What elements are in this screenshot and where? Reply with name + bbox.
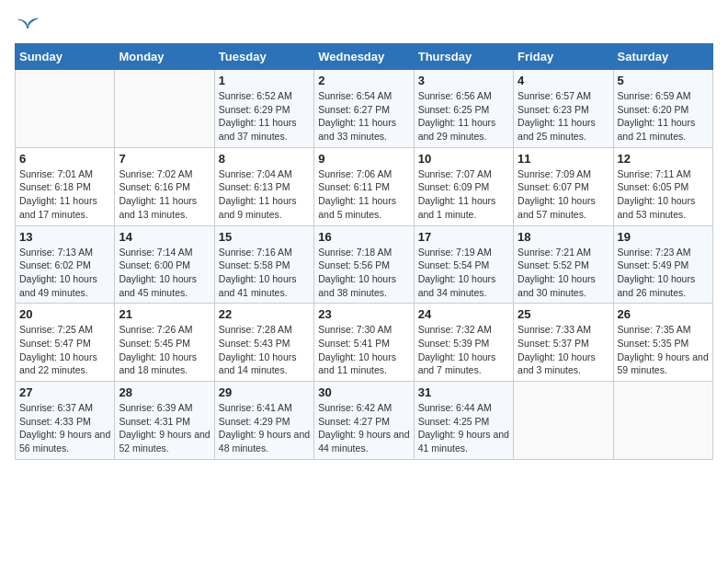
day-number: 25 [518, 307, 609, 321]
day-detail: Sunrise: 6:57 AM Sunset: 6:23 PM Dayligh… [518, 89, 609, 144]
weekday-header-thursday: Thursday [414, 44, 513, 70]
day-cell: 6Sunrise: 7:01 AM Sunset: 6:18 PM Daylig… [16, 147, 115, 225]
day-cell: 7Sunrise: 7:02 AM Sunset: 6:16 PM Daylig… [115, 147, 214, 225]
day-cell: 17Sunrise: 7:19 AM Sunset: 5:54 PM Dayli… [414, 225, 513, 304]
weekday-header-monday: Monday [115, 44, 214, 70]
day-number: 12 [618, 152, 709, 166]
day-detail: Sunrise: 6:59 AM Sunset: 6:20 PM Dayligh… [618, 89, 709, 144]
day-detail: Sunrise: 7:16 AM Sunset: 5:58 PM Dayligh… [219, 246, 310, 300]
day-detail: Sunrise: 6:52 AM Sunset: 6:29 PM Dayligh… [219, 89, 310, 144]
day-cell: 31Sunrise: 6:44 AM Sunset: 4:25 PM Dayli… [414, 382, 513, 460]
calendar-table: SundayMondayTuesdayWednesdayThursdayFrid… [15, 43, 713, 460]
day-cell: 20Sunrise: 7:25 AM Sunset: 5:47 PM Dayli… [16, 304, 115, 382]
day-number: 7 [119, 152, 210, 166]
day-number: 24 [418, 307, 509, 321]
day-cell: 28Sunrise: 6:39 AM Sunset: 4:31 PM Dayli… [115, 382, 214, 460]
day-detail: Sunrise: 6:44 AM Sunset: 4:25 PM Dayligh… [418, 401, 509, 455]
day-detail: Sunrise: 7:28 AM Sunset: 5:43 PM Dayligh… [219, 323, 310, 377]
day-number: 17 [418, 230, 509, 244]
day-detail: Sunrise: 7:21 AM Sunset: 5:52 PM Dayligh… [518, 246, 609, 300]
logo-bird-icon [15, 16, 40, 34]
day-detail: Sunrise: 7:06 AM Sunset: 6:11 PM Dayligh… [318, 167, 409, 222]
day-number: 31 [418, 385, 509, 399]
day-detail: Sunrise: 6:56 AM Sunset: 6:25 PM Dayligh… [418, 89, 509, 144]
day-number: 3 [418, 74, 509, 87]
day-detail: Sunrise: 6:39 AM Sunset: 4:31 PM Dayligh… [119, 401, 210, 455]
day-cell: 25Sunrise: 7:33 AM Sunset: 5:37 PM Dayli… [514, 304, 613, 382]
day-number: 11 [518, 152, 609, 166]
day-number: 5 [618, 74, 709, 87]
week-row-3: 13Sunrise: 7:13 AM Sunset: 6:02 PM Dayli… [16, 225, 713, 304]
day-cell: 12Sunrise: 7:11 AM Sunset: 6:05 PM Dayli… [613, 147, 712, 225]
day-detail: Sunrise: 7:09 AM Sunset: 6:07 PM Dayligh… [518, 167, 609, 222]
day-number: 15 [219, 230, 310, 244]
day-number: 1 [219, 74, 310, 87]
day-detail: Sunrise: 7:18 AM Sunset: 5:56 PM Dayligh… [318, 246, 409, 300]
day-detail: Sunrise: 7:02 AM Sunset: 6:16 PM Dayligh… [119, 167, 210, 222]
day-cell: 2Sunrise: 6:54 AM Sunset: 6:27 PM Daylig… [314, 70, 414, 148]
day-detail: Sunrise: 7:23 AM Sunset: 5:49 PM Dayligh… [618, 246, 709, 300]
day-cell: 4Sunrise: 6:57 AM Sunset: 6:23 PM Daylig… [514, 70, 613, 148]
day-number: 26 [618, 307, 709, 321]
day-detail: Sunrise: 7:01 AM Sunset: 6:18 PM Dayligh… [19, 167, 110, 222]
day-number: 28 [119, 385, 210, 399]
day-number: 9 [318, 152, 409, 166]
day-cell: 8Sunrise: 7:04 AM Sunset: 6:13 PM Daylig… [214, 147, 313, 225]
day-number: 20 [19, 307, 110, 321]
day-detail: Sunrise: 7:35 AM Sunset: 5:35 PM Dayligh… [618, 323, 709, 377]
day-cell [115, 70, 214, 148]
day-detail: Sunrise: 7:14 AM Sunset: 6:00 PM Dayligh… [119, 246, 210, 300]
day-cell: 29Sunrise: 6:41 AM Sunset: 4:29 PM Dayli… [214, 382, 313, 460]
day-cell: 5Sunrise: 6:59 AM Sunset: 6:20 PM Daylig… [613, 70, 712, 148]
day-detail: Sunrise: 7:19 AM Sunset: 5:54 PM Dayligh… [418, 246, 509, 300]
day-cell: 11Sunrise: 7:09 AM Sunset: 6:07 PM Dayli… [514, 147, 613, 225]
day-detail: Sunrise: 6:41 AM Sunset: 4:29 PM Dayligh… [219, 401, 310, 455]
day-cell: 23Sunrise: 7:30 AM Sunset: 5:41 PM Dayli… [314, 304, 414, 382]
day-detail: Sunrise: 7:07 AM Sunset: 6:09 PM Dayligh… [418, 167, 509, 222]
week-row-1: 1Sunrise: 6:52 AM Sunset: 6:29 PM Daylig… [16, 70, 713, 148]
day-number: 2 [318, 74, 409, 87]
day-cell: 26Sunrise: 7:35 AM Sunset: 5:35 PM Dayli… [613, 304, 712, 382]
day-detail: Sunrise: 7:25 AM Sunset: 5:47 PM Dayligh… [19, 323, 110, 377]
day-cell: 16Sunrise: 7:18 AM Sunset: 5:56 PM Dayli… [314, 225, 414, 304]
week-row-5: 27Sunrise: 6:37 AM Sunset: 4:33 PM Dayli… [16, 382, 713, 460]
day-cell: 3Sunrise: 6:56 AM Sunset: 6:25 PM Daylig… [414, 70, 513, 148]
day-detail: Sunrise: 7:04 AM Sunset: 6:13 PM Dayligh… [219, 167, 310, 222]
day-number: 22 [219, 307, 310, 321]
day-number: 10 [418, 152, 509, 166]
day-detail: Sunrise: 7:30 AM Sunset: 5:41 PM Dayligh… [318, 323, 409, 377]
day-cell: 19Sunrise: 7:23 AM Sunset: 5:49 PM Dayli… [613, 225, 712, 304]
weekday-header-tuesday: Tuesday [214, 44, 313, 70]
day-number: 8 [219, 152, 310, 166]
day-cell: 21Sunrise: 7:26 AM Sunset: 5:45 PM Dayli… [115, 304, 214, 382]
day-cell: 9Sunrise: 7:06 AM Sunset: 6:11 PM Daylig… [314, 147, 414, 225]
day-cell [16, 70, 115, 148]
day-cell [613, 382, 712, 460]
day-cell: 22Sunrise: 7:28 AM Sunset: 5:43 PM Dayli… [214, 304, 313, 382]
day-detail: Sunrise: 7:26 AM Sunset: 5:45 PM Dayligh… [119, 323, 210, 377]
weekday-header-saturday: Saturday [613, 44, 712, 70]
day-cell [514, 382, 613, 460]
day-cell: 24Sunrise: 7:32 AM Sunset: 5:39 PM Dayli… [414, 304, 513, 382]
weekday-header-wednesday: Wednesday [314, 44, 414, 70]
weekday-header-friday: Friday [514, 44, 613, 70]
day-cell: 13Sunrise: 7:13 AM Sunset: 6:02 PM Dayli… [16, 225, 115, 304]
day-number: 30 [318, 385, 409, 399]
day-detail: Sunrise: 6:54 AM Sunset: 6:27 PM Dayligh… [318, 89, 409, 144]
day-cell: 18Sunrise: 7:21 AM Sunset: 5:52 PM Dayli… [514, 225, 613, 304]
day-cell: 10Sunrise: 7:07 AM Sunset: 6:09 PM Dayli… [414, 147, 513, 225]
logo [15, 15, 44, 34]
day-cell: 27Sunrise: 6:37 AM Sunset: 4:33 PM Dayli… [16, 382, 115, 460]
week-row-2: 6Sunrise: 7:01 AM Sunset: 6:18 PM Daylig… [16, 147, 713, 225]
day-number: 21 [119, 307, 210, 321]
day-detail: Sunrise: 7:32 AM Sunset: 5:39 PM Dayligh… [418, 323, 509, 377]
day-number: 6 [19, 152, 110, 166]
day-cell: 30Sunrise: 6:42 AM Sunset: 4:27 PM Dayli… [314, 382, 414, 460]
week-row-4: 20Sunrise: 7:25 AM Sunset: 5:47 PM Dayli… [16, 304, 713, 382]
day-number: 13 [19, 230, 110, 244]
day-detail: Sunrise: 6:37 AM Sunset: 4:33 PM Dayligh… [19, 401, 110, 455]
day-detail: Sunrise: 7:11 AM Sunset: 6:05 PM Dayligh… [618, 167, 709, 222]
day-detail: Sunrise: 7:33 AM Sunset: 5:37 PM Dayligh… [518, 323, 609, 377]
day-cell: 15Sunrise: 7:16 AM Sunset: 5:58 PM Dayli… [214, 225, 313, 304]
day-number: 14 [119, 230, 210, 244]
